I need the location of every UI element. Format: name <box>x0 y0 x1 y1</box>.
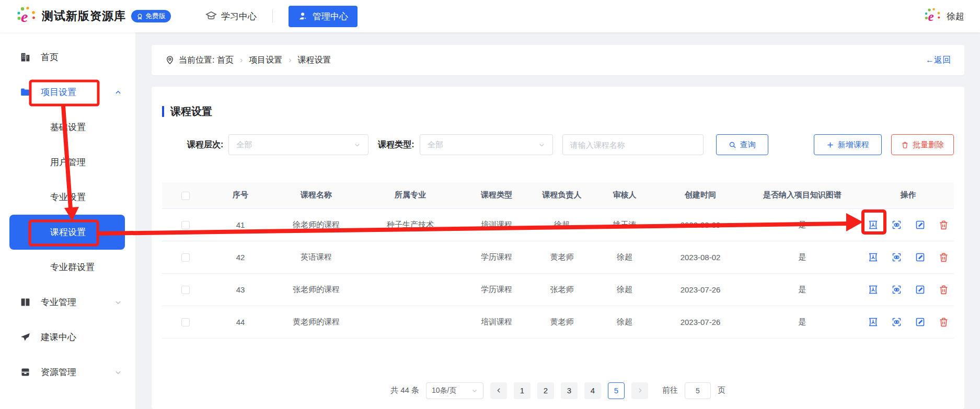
chevron-down-icon <box>114 369 122 376</box>
edit-icon[interactable] <box>915 219 926 230</box>
sidebar-item-label: 项目设置 <box>41 86 76 98</box>
page-button-4[interactable]: 4 <box>584 382 601 399</box>
breadcrumb-project-settings[interactable]: 项目设置 <box>249 55 282 66</box>
col-course-name: 课程名称 <box>272 182 361 208</box>
knowledge-graph-icon[interactable] <box>868 219 879 230</box>
course-type-select[interactable]: 全部 <box>420 134 553 155</box>
preview-eye-icon[interactable] <box>891 219 902 230</box>
title-accent-bar <box>162 106 164 117</box>
sidebar-item-home[interactable]: 首页 <box>0 40 135 75</box>
sidebar-item-label: 专业管理 <box>41 296 76 308</box>
bulk-delete-button[interactable]: 批量删除 <box>891 134 954 155</box>
avatar: e <box>924 7 941 25</box>
edit-icon[interactable] <box>915 317 926 328</box>
breadcrumb-course-settings: 课程设置 <box>298 55 331 66</box>
nav-learn-center[interactable]: 学习中心 <box>205 10 257 22</box>
chevron-down-icon <box>114 299 122 306</box>
course-level-select[interactable]: 全部 <box>228 134 368 155</box>
building-icon <box>20 52 32 63</box>
breadcrumb-home[interactable]: 首页 <box>217 55 234 66</box>
sidebar-item-major-settings[interactable]: 专业设置 <box>0 180 135 215</box>
content-area: 当前位置: 首页 › 项目设置 › 课程设置 ←返回 课程设置 课程层次: 全部… <box>136 32 980 409</box>
section-title: 课程设置 <box>162 104 954 119</box>
sidebar-item-resource-management[interactable]: 资源管理 <box>0 355 135 390</box>
knowledge-graph-icon[interactable] <box>868 284 879 295</box>
preview-eye-icon[interactable] <box>891 252 902 263</box>
col-major: 所属专业 <box>361 182 460 208</box>
preview-eye-icon[interactable] <box>891 284 902 295</box>
username: 徐超 <box>947 10 964 22</box>
delete-icon[interactable] <box>938 219 949 230</box>
sidebar-item-course-settings[interactable]: 课程设置 <box>9 215 125 250</box>
search-button[interactable]: 查询 <box>716 134 768 155</box>
sidebar-item-label: 建课中心 <box>41 331 76 343</box>
col-seq: 序号 <box>209 182 272 208</box>
total-count: 共 44 条 <box>390 385 419 395</box>
top-navbar: e 测试新版资源库 免费版 学习中心 <box>0 0 980 32</box>
chevron-down-icon <box>538 142 545 148</box>
preview-eye-icon[interactable] <box>891 317 902 328</box>
chevron-down-icon <box>471 388 478 394</box>
row-checkbox[interactable] <box>181 221 190 229</box>
course-name-input[interactable] <box>562 134 704 155</box>
page-button-1[interactable]: 1 <box>514 382 531 399</box>
folder-icon <box>20 87 32 98</box>
sidebar-item-course-builder[interactable]: 建课中心 <box>0 320 135 355</box>
sidebar-item-project-settings[interactable]: 项目设置 <box>0 75 135 110</box>
course-type-label: 课程类型: <box>378 139 414 150</box>
col-course-type: 课程类型 <box>460 182 533 208</box>
col-reviewer: 审核人 <box>591 182 659 208</box>
next-page-button[interactable] <box>631 382 648 399</box>
col-actions: 操作 <box>862 182 954 208</box>
delete-icon[interactable] <box>938 284 949 295</box>
pagination: 共 44 条 10条/页 1 2 3 4 5 前往 页 <box>162 382 954 399</box>
page-button-3[interactable]: 3 <box>561 382 578 399</box>
col-in-graph: 是否纳入项目知识图谱 <box>742 182 862 208</box>
svg-text:e: e <box>928 9 934 24</box>
plus-icon <box>826 141 834 149</box>
page-button-2[interactable]: 2 <box>537 382 554 399</box>
row-checkbox[interactable] <box>181 318 190 326</box>
page-button-5-active[interactable]: 5 <box>608 382 625 399</box>
table-row: 44 黄老师的课程 培训课程 黄老师 徐超 2023-07-26 是 <box>162 306 954 338</box>
filter-bar: 课程层次: 全部 课程类型: 全部 <box>162 134 954 155</box>
delete-icon[interactable] <box>938 317 949 328</box>
select-all-checkbox[interactable] <box>181 192 190 200</box>
breadcrumb-separator: › <box>240 55 243 65</box>
location-pin-icon <box>165 55 175 65</box>
breadcrumb-separator: › <box>289 55 291 65</box>
col-owner: 课程负责人 <box>533 182 591 208</box>
app-title: 测试新版资源库 <box>42 8 126 24</box>
navbar-user-area[interactable]: e 徐超 <box>924 7 964 25</box>
goto-page-input[interactable] <box>685 382 711 399</box>
sidebar-item-label: 首页 <box>41 51 59 63</box>
medal-icon <box>136 13 143 20</box>
page-title: 课程设置 <box>170 104 212 119</box>
prev-page-button[interactable] <box>490 382 507 399</box>
page-size-select[interactable]: 10条/页 <box>426 382 483 399</box>
add-course-button[interactable]: 新增课程 <box>814 134 882 155</box>
course-table: 序号 课程名称 所属专业 课程类型 课程负责人 审核人 创建时间 是否纳入项目知… <box>162 182 954 338</box>
edit-icon[interactable] <box>915 252 926 263</box>
brand-logo-icon: e <box>16 6 37 27</box>
edit-icon[interactable] <box>915 284 926 295</box>
sidebar-item-major-group-settings[interactable]: 专业群设置 <box>0 250 135 285</box>
admin-user-icon <box>298 11 308 21</box>
main-panel: 课程设置 课程层次: 全部 课程类型: 全部 <box>152 87 964 409</box>
knowledge-graph-icon[interactable] <box>868 252 879 263</box>
sidebar-item-major-management[interactable]: 专业管理 <box>0 285 135 320</box>
table-row: 42 英语课程 学历课程 黄老师 徐超 2023-08-02 是 <box>162 241 954 273</box>
delete-icon[interactable] <box>938 252 949 263</box>
table-row: 43 张老师的课程 学历课程 张老师 徐超 2023-07-26 是 <box>162 273 954 306</box>
toolbox-icon <box>20 367 32 378</box>
sidebar: 首页 项目设置 基础设置 用户管理 专业设置 课程设置 专业群设置 专 <box>0 32 136 409</box>
col-created: 创建时间 <box>659 182 742 208</box>
knowledge-graph-icon[interactable] <box>868 317 879 328</box>
course-level-label: 课程层次: <box>187 139 223 150</box>
sidebar-item-user-management[interactable]: 用户管理 <box>0 145 135 180</box>
nav-admin-center-button[interactable]: 管理中心 <box>289 6 358 27</box>
row-checkbox[interactable] <box>181 253 190 262</box>
row-checkbox[interactable] <box>181 286 190 294</box>
sidebar-item-basic-settings[interactable]: 基础设置 <box>0 110 135 145</box>
back-link[interactable]: ←返回 <box>926 55 951 66</box>
